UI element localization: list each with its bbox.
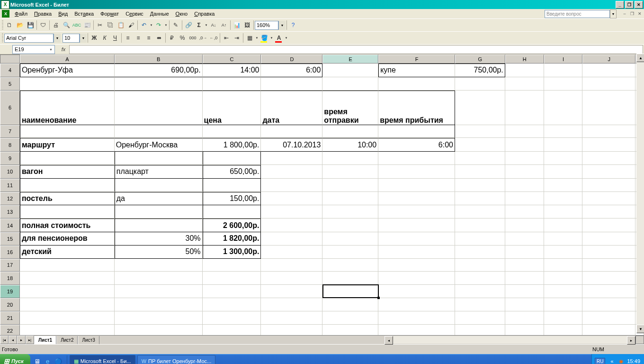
cell[interactable] — [582, 125, 635, 138]
redo-icon[interactable]: ↷ — [153, 20, 164, 30]
redo-dropdown[interactable]: ▼ — [164, 20, 168, 30]
fill-color-dropdown[interactable]: ▼ — [269, 33, 274, 43]
cell[interactable] — [203, 311, 261, 325]
tray-clock[interactable]: 15:49 — [627, 357, 640, 364]
cell[interactable] — [582, 64, 635, 77]
cell[interactable] — [378, 125, 455, 138]
cell[interactable] — [203, 205, 261, 218]
hyperlink-icon[interactable]: 🔗 — [183, 20, 194, 30]
cell[interactable] — [582, 285, 635, 298]
currency-icon[interactable]: ₽ — [167, 33, 177, 43]
cell[interactable] — [505, 138, 544, 152]
cell[interactable]: цена — [203, 91, 261, 125]
cell[interactable] — [455, 311, 505, 325]
mdi-minimize-button[interactable]: – — [621, 11, 628, 17]
name-box-dropdown-icon[interactable]: ▼ — [49, 48, 53, 51]
zoom-dropdown[interactable]: ▼ — [278, 21, 286, 30]
cell[interactable] — [505, 91, 544, 125]
cell[interactable]: Оренбург-Москва — [115, 138, 203, 152]
cell[interactable]: да — [115, 192, 203, 206]
tab-nav-prev[interactable]: ◂ — [9, 336, 17, 344]
cell[interactable] — [115, 77, 203, 91]
autosum-dropdown[interactable]: ▼ — [204, 20, 208, 30]
horizontal-scrollbar[interactable]: ◂ ▸ — [385, 336, 635, 344]
row-header[interactable]: 18 — [0, 272, 20, 285]
cell[interactable] — [455, 205, 505, 218]
worksheet-area[interactable]: A B C D E F G H I J 4 Оренбург-Уфа 690,0… — [0, 55, 644, 335]
row-header[interactable]: 8 — [0, 138, 20, 152]
cell[interactable] — [544, 325, 583, 335]
font-color-icon[interactable]: A — [274, 33, 284, 43]
cell[interactable] — [582, 138, 635, 152]
align-center-icon[interactable]: ≡ — [133, 33, 143, 43]
cell[interactable] — [582, 205, 635, 218]
cell[interactable] — [203, 125, 261, 138]
cell[interactable]: постель — [20, 192, 115, 206]
cell[interactable] — [378, 259, 455, 272]
cell[interactable] — [20, 285, 115, 298]
cell[interactable]: наименование — [20, 91, 115, 125]
cell[interactable] — [455, 298, 505, 311]
cell[interactable]: 1 300,00р. — [203, 246, 261, 259]
cell[interactable] — [322, 246, 378, 259]
cell[interactable]: 650,00р. — [203, 165, 261, 179]
cell[interactable] — [505, 259, 544, 272]
fill-color-icon[interactable]: 🪣 — [259, 33, 269, 43]
cell[interactable] — [115, 259, 203, 272]
cell[interactable] — [203, 179, 261, 192]
spelling-icon[interactable]: ABC — [72, 20, 82, 30]
col-header[interactable]: E — [322, 55, 378, 64]
cell[interactable] — [261, 285, 322, 298]
cell[interactable] — [20, 125, 115, 138]
row-header[interactable]: 5 — [0, 77, 20, 91]
cell[interactable] — [505, 232, 544, 246]
cell[interactable] — [544, 179, 583, 192]
tab-nav-first[interactable]: |◂ — [0, 336, 9, 344]
cell[interactable] — [505, 311, 544, 325]
cell[interactable]: время прибытия — [378, 91, 455, 125]
menu-window[interactable]: Окно — [172, 10, 191, 18]
zoom-box[interactable]: 160% — [255, 21, 278, 30]
cell[interactable] — [505, 125, 544, 138]
cell[interactable] — [544, 64, 583, 77]
font-color-dropdown[interactable]: ▼ — [284, 33, 288, 43]
cell[interactable] — [544, 246, 583, 259]
cell[interactable] — [544, 205, 583, 218]
cell[interactable] — [20, 272, 115, 285]
cell[interactable] — [261, 192, 322, 206]
cell[interactable] — [505, 77, 544, 91]
cell[interactable] — [115, 125, 203, 138]
cell[interactable] — [322, 64, 378, 77]
cell[interactable] — [582, 246, 635, 259]
cell[interactable] — [115, 218, 203, 232]
cell[interactable] — [378, 218, 455, 232]
cell[interactable] — [20, 179, 115, 192]
cell[interactable]: плацкарт — [115, 165, 203, 179]
menu-help[interactable]: Справка — [191, 10, 218, 18]
cell[interactable] — [378, 246, 455, 259]
menu-data[interactable]: Данные — [147, 10, 172, 18]
cell[interactable] — [322, 179, 378, 192]
cell[interactable] — [203, 285, 261, 298]
cell[interactable] — [203, 325, 261, 335]
cell[interactable] — [582, 232, 635, 246]
cell[interactable] — [378, 152, 455, 165]
cell[interactable] — [455, 91, 505, 125]
cell[interactable] — [261, 325, 322, 335]
open-icon[interactable]: 📂 — [15, 20, 25, 30]
copy-icon[interactable]: ⿻ — [105, 20, 116, 30]
cell[interactable] — [322, 325, 378, 335]
row-header[interactable]: 11 — [0, 179, 20, 192]
print-icon[interactable]: 🖨 — [51, 20, 61, 30]
font-name-box[interactable]: Arial Cyr — [4, 34, 54, 43]
format-painter-icon[interactable]: 🖌 — [126, 20, 136, 30]
cell[interactable]: 1 800,00р. — [203, 138, 261, 152]
cell[interactable] — [582, 152, 635, 165]
select-all-corner[interactable] — [0, 55, 20, 64]
cell[interactable] — [261, 152, 322, 165]
help-icon[interactable]: ? — [288, 20, 298, 30]
cell[interactable] — [203, 77, 261, 91]
cell[interactable]: 14:00 — [203, 64, 261, 77]
cell[interactable] — [505, 218, 544, 232]
percent-icon[interactable]: % — [177, 33, 188, 43]
